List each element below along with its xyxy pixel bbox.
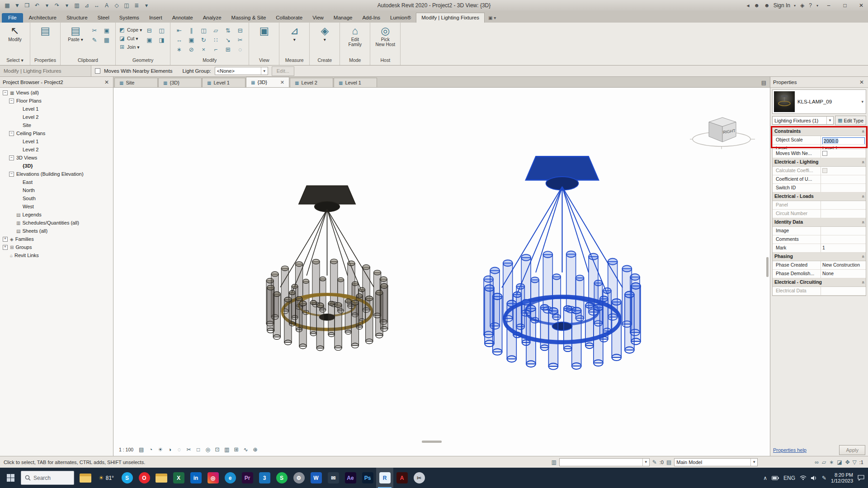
action-center-icon[interactable] [858, 475, 864, 481]
light-group-select[interactable]: <None> ▼ [215, 67, 268, 75]
delete-icon[interactable]: × [198, 45, 209, 54]
property-value[interactable] [821, 235, 866, 244]
section-collapse-icon[interactable]: « [859, 279, 867, 286]
copy-icon[interactable]: ▣ [186, 35, 197, 44]
taskbar-icon-skype[interactable]: S [118, 468, 136, 488]
view-tab-3d[interactable]: ▦{3D} [158, 78, 202, 87]
type-selector-dropdown-icon[interactable]: ▾ [861, 99, 864, 104]
view-scale-button[interactable]: 1 : 100 [116, 446, 136, 454]
ribbon-tab-annotate[interactable]: Annotate [167, 13, 198, 23]
taskbar-icon-acrobat[interactable]: A [393, 468, 410, 488]
undo-icon[interactable]: ↶ [33, 1, 42, 9]
editing-requests-icon[interactable]: ✎ [652, 459, 657, 465]
tree-item-west[interactable]: West [0, 202, 113, 211]
ribbon-tab-insert[interactable]: Insert [144, 13, 167, 23]
default-3d-view-icon[interactable]: ◇ [112, 1, 121, 9]
show-crop-region-icon[interactable]: □ [194, 446, 203, 454]
taskbar-icon-snipping[interactable]: ✂ [410, 468, 428, 488]
tree-item-3d[interactable]: {3D} [0, 162, 113, 170]
paste-button[interactable]: ▤Paste ▾ [64, 24, 87, 42]
apply-button[interactable]: Apply [839, 445, 865, 455]
select-pinned-icon[interactable]: ∗ [829, 459, 834, 465]
property-value[interactable] [821, 175, 866, 183]
temporary-hide-isolate-icon[interactable]: ◎ [203, 446, 212, 454]
taskbar-icon-excel[interactable]: X [170, 468, 187, 488]
save-icon[interactable]: ▼ [13, 1, 22, 9]
taskbar-search-input[interactable]: Search [21, 471, 74, 485]
beam-joins-icon[interactable]: ⊟ [144, 26, 155, 35]
help-dropdown-icon[interactable]: ▾ [816, 4, 819, 8]
mirror-draw-axis-icon[interactable]: ▱ [210, 26, 221, 35]
light-group-dropdown-icon[interactable]: ▼ [261, 67, 268, 75]
trim-corner-icon[interactable]: ⌐ [210, 45, 221, 54]
analytical-model-icon[interactable]: ⊕ [251, 446, 259, 454]
taskbar-icon-edge[interactable]: e [222, 468, 239, 488]
section-collapse-icon[interactable]: « [859, 193, 867, 200]
view-tab-level-2[interactable]: ▦Level 2 [290, 78, 333, 87]
tree-item-floor-plans[interactable]: −Floor Plans [0, 97, 113, 105]
vertical-scrollbar[interactable] [766, 257, 769, 277]
section-collapse-icon[interactable]: « [859, 219, 867, 225]
filter-icon[interactable]: ▽ [853, 459, 857, 465]
view-panel-button[interactable]: ▣ [252, 24, 276, 37]
ribbon-tab-analyze[interactable]: Analyze [198, 13, 226, 23]
design-options-icon[interactable]: ▤ [666, 459, 671, 465]
print-icon[interactable]: ▥ [72, 1, 81, 9]
move-icon[interactable]: ↔ [174, 35, 184, 44]
view-tab-3d[interactable]: ▦{3D}✕ [246, 77, 289, 87]
array-icon[interactable]: ∷ [210, 35, 221, 44]
taskbar-icon-opera[interactable]: O [136, 468, 153, 488]
taskbar-icon-revit[interactable]: R [376, 468, 393, 488]
drag-on-selection-icon[interactable]: ✥ [845, 459, 850, 465]
select-links-icon[interactable]: ∞ [815, 459, 819, 465]
taskbar-icon-mail[interactable]: ✉ [325, 468, 342, 488]
rendering-icon[interactable]: ◌ [175, 446, 184, 454]
qat-overflow-icon[interactable]: ◂ [745, 2, 750, 9]
minimize-button[interactable]: – [822, 0, 835, 11]
tree-item-sheets-all[interactable]: ▤Sheets (all) [0, 227, 113, 235]
battery-icon[interactable] [772, 476, 779, 480]
text-icon[interactable]: A [102, 1, 111, 9]
tree-item-elevations-building-elevation[interactable]: −Elevations (Building Elevation) [0, 170, 113, 178]
pin-icon[interactable]: ∗ [174, 45, 184, 54]
tree-item-level-2[interactable]: Level 2 [0, 113, 113, 121]
view-cube[interactable]: RIGHT [689, 109, 757, 153]
properties-filter-select[interactable]: Lighting Fixtures (1) ▼ [772, 116, 834, 125]
view-tab-level-1[interactable]: ▦Level 1 [334, 78, 377, 87]
section-collapse-icon[interactable]: « [859, 159, 867, 165]
taskbar-icon-folder[interactable] [153, 468, 170, 488]
section-icon[interactable]: ◫ [122, 1, 131, 9]
aligned-dimension-icon[interactable]: ↔ [92, 1, 101, 9]
open-icon[interactable]: ❒ [23, 1, 32, 9]
cope-button[interactable]: ◩Cope ▾ [119, 26, 142, 33]
worksharing-display-icon[interactable]: ∿ [241, 446, 250, 454]
property-value[interactable]: Level 1 [821, 145, 866, 149]
paint-icon[interactable]: ◌ [235, 45, 245, 54]
property-value[interactable] [821, 227, 866, 235]
design-options-select[interactable]: Main Model ▼ [674, 458, 758, 466]
edit-family-button[interactable]: ⌂Edit Family [343, 24, 367, 47]
taskbar-icon-weather[interactable]: ☀81° [94, 468, 118, 488]
property-value-input[interactable]: 2000.0 [822, 137, 865, 144]
view-tab-site[interactable]: ▦Site [114, 78, 158, 87]
detail-level-icon[interactable]: ▤ [137, 446, 146, 454]
create-button[interactable]: ◈▾ [313, 24, 336, 42]
properties-filter-dropdown-icon[interactable]: ▼ [826, 117, 833, 124]
moves-with-nearby-checkbox[interactable] [95, 68, 100, 74]
wifi-icon[interactable] [800, 475, 807, 480]
tree-expand-icon[interactable]: − [3, 90, 8, 95]
close-button[interactable]: ✕ [854, 0, 868, 11]
community-icon[interactable]: ☻ [763, 2, 771, 9]
properties-close-icon[interactable]: ✕ [858, 79, 865, 85]
taskbar-icon-premiere[interactable]: Pr [239, 468, 256, 488]
property-value[interactable] [821, 184, 866, 192]
volume-icon[interactable] [811, 475, 817, 481]
tree-expand-icon[interactable]: + [3, 237, 8, 242]
view-tab-menu-icon[interactable]: ▤ [758, 80, 770, 87]
tree-item-level-1[interactable]: Level 1 [0, 105, 113, 113]
temporary-view-properties-icon[interactable]: ▥ [222, 446, 231, 454]
crop-view-icon[interactable]: ✂ [184, 446, 193, 454]
property-value[interactable] [821, 201, 866, 209]
tree-item-families[interactable]: +◈Families [0, 235, 113, 243]
help-icon[interactable]: ? [808, 2, 813, 9]
